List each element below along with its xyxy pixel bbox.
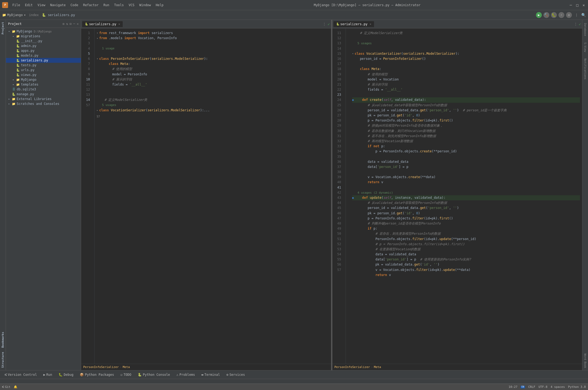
right-code-scroll[interactable]: # 定义ModelSerializer类 5 usages ▾ class Vo… (346, 28, 582, 364)
left-pane-menu-icon[interactable]: ⋮ (323, 22, 326, 26)
right-panel-wordbook[interactable]: Word Book (583, 351, 587, 370)
tree-db[interactable]: 🗄 db.sqlite3 (6, 87, 81, 92)
menu-refactor[interactable]: Refactor (81, 2, 101, 8)
tree-templates[interactable]: ▸ 📁 templates (6, 82, 81, 87)
bottom-tab-packages[interactable]: 📦 Python Packages (77, 372, 117, 378)
tree-migrations[interactable]: ▸ 📁 migrations (6, 34, 81, 39)
settings-button[interactable]: ⚙ (566, 12, 572, 18)
tree-mydjango-sub[interactable]: ▸ 📁 MyDjango (6, 77, 81, 82)
menu-navigate[interactable]: Navigate (48, 2, 68, 8)
bottom-tab-terminal[interactable]: ▬ Terminal (199, 372, 223, 378)
minimize-button[interactable]: ─ (569, 3, 573, 7)
left-breadcrumb-meta: Meta (123, 365, 130, 369)
rcode-11: # 定义ModelSerializer类 (352, 31, 580, 36)
tree-apps-label: apps.py (21, 49, 35, 53)
bottom-tab-todo-label: TODO (124, 373, 131, 377)
collapse-icon[interactable]: ⊟ (70, 22, 71, 26)
tree-root[interactable]: ▾ 📁 MyDjango D:\MyDjango (6, 29, 81, 34)
rcode-22 (352, 92, 580, 97)
settings-icon[interactable]: ⚙ (63, 22, 64, 26)
bottom-tab-vcs[interactable]: ⑆ Version Control (2, 372, 39, 378)
menu-run[interactable]: Run (101, 2, 111, 8)
status-python[interactable]: Python 3.8 (568, 385, 586, 389)
menu-edit[interactable]: Edit (23, 2, 35, 8)
maximize-button[interactable]: □ (575, 3, 579, 7)
close-button[interactable]: ✕ (582, 3, 586, 7)
status-encoding[interactable]: CRLF (528, 385, 535, 389)
run-button[interactable]: ▶ (536, 12, 542, 18)
menu-view[interactable]: View (35, 2, 48, 8)
toolbar-project[interactable]: 📁 MyDjango ▾ index 🐍 serializers.py (2, 13, 75, 17)
left-tab-close[interactable]: ✕ (118, 23, 120, 25)
left-tab-serializers[interactable]: 🐍 serializers.py ✕ (82, 21, 123, 27)
tree-init[interactable]: 🐍 __init__.py (6, 39, 81, 43)
panel-tab-project[interactable]: Project (0, 20, 5, 36)
tree-arrow-mydjango: ▸ (11, 78, 16, 81)
hide-panel-icon[interactable]: ─ (73, 22, 75, 26)
menu-code[interactable]: Code (68, 2, 81, 8)
right-pane-menu-icon[interactable]: ⋮ (574, 22, 577, 26)
tree-models[interactable]: 🐍 models.py (6, 53, 81, 58)
tree-tests[interactable]: 🐍 tests.py (6, 63, 81, 68)
status-flag: EN (521, 386, 525, 388)
tree-apps[interactable]: 🐍 apps.py (6, 48, 81, 53)
close-panel-icon[interactable]: ✕ (77, 22, 79, 26)
bottom-tab-console[interactable]: 🐍 Python Console (135, 372, 173, 378)
profile-button[interactable]: ⚡ (558, 12, 564, 18)
debug-icon: 🐛 (59, 373, 63, 377)
right-panel-database[interactable]: Database (583, 21, 587, 38)
debug-button[interactable]: 🐛 (551, 12, 557, 18)
menu-help[interactable]: Help (154, 2, 166, 8)
status-charset[interactable]: UTF-8 (539, 385, 547, 389)
bottom-tab-services[interactable]: ⚙ Services (224, 372, 248, 378)
tree-external-libs[interactable]: ▸ 📁 External Libraries (6, 97, 81, 101)
rln-11: 11 (332, 31, 343, 36)
tree-urls[interactable]: 🐍 urls.py (6, 68, 81, 72)
status-indent[interactable]: 4 spaces (551, 385, 565, 389)
build-button[interactable]: 🔨 (543, 12, 549, 18)
rln-37: 37 (332, 164, 343, 170)
menu-window[interactable]: Window (137, 2, 153, 8)
tab-index[interactable]: index (29, 13, 39, 17)
search-button[interactable]: 🔍 (581, 13, 586, 17)
menu-tools[interactable]: Tools (112, 2, 126, 8)
bottom-tab-todo[interactable]: ☑ TODO (118, 372, 134, 378)
rln-53: 53 (332, 247, 343, 252)
bottom-tab-debug[interactable]: 🐛 Debug (56, 372, 76, 378)
status-left: ⑆ Git 🔔 (2, 385, 505, 389)
menu-file[interactable]: File (10, 2, 22, 8)
line-num-8: 8 (81, 67, 92, 72)
run-area: ▶ 🔨 🐛 ⚡ ⚙ | 🔍 (536, 12, 586, 18)
rln-21: 21 (332, 82, 343, 87)
right-tab-close[interactable]: ✕ (370, 23, 371, 25)
menu-bar[interactable]: File Edit View Navigate Code Refactor Ru… (10, 2, 166, 8)
sort-icon[interactable]: ⇅ (66, 22, 68, 26)
panel-tab-structure[interactable]: Structure (0, 350, 5, 370)
code-line-3 (97, 41, 329, 46)
status-vcs[interactable]: ⑆ Git (2, 385, 10, 389)
bottom-tab-problems[interactable]: ⚠ Problems (174, 372, 198, 378)
bottom-tab-packages-label: Python Packages (85, 373, 114, 377)
right-code-content[interactable]: # 定义ModelSerializer类 5 usages ▾ class Vo… (346, 28, 582, 285)
tree-views[interactable]: 🐍 views.py (6, 72, 81, 77)
bottom-tab-run[interactable]: ▶ Run (41, 372, 55, 378)
rcode-52: data = validated_data (352, 252, 580, 257)
panel-tab-bookmarks[interactable]: Bookmarks (0, 330, 5, 350)
tab-file[interactable]: 🐍 serializers.py (42, 13, 75, 17)
tree-admin[interactable]: 🐍 admin.py (6, 43, 81, 48)
tree-scratches-label: Scratches and Consoles (17, 102, 59, 106)
right-panel-sview[interactable]: S-View (583, 40, 587, 54)
window-controls[interactable]: ─ □ ✕ (569, 3, 586, 7)
rcode-40 (352, 185, 580, 190)
tree-serializers[interactable]: 🐍 serializers.py (6, 58, 81, 63)
menu-vcs[interactable]: VCS (126, 2, 137, 8)
rln-31: 31 (332, 134, 343, 139)
status-notifications[interactable]: 🔔 (14, 385, 17, 389)
right-panel-notifications[interactable]: Notifications (583, 56, 587, 82)
tree-scratches[interactable]: ▸ 📁 Scratches and Consoles (6, 101, 81, 106)
left-code-scroll[interactable]: ▾ from rest_framework import serializers… (95, 28, 331, 364)
tree-manage[interactable]: 🐍 manage.py (6, 92, 81, 97)
right-tab-serializers[interactable]: 🐍 serializers.py ✕ (333, 21, 374, 27)
rcode-32: if not p: (352, 144, 580, 149)
left-code-content[interactable]: ▾ from rest_framework import serializers… (95, 28, 331, 121)
